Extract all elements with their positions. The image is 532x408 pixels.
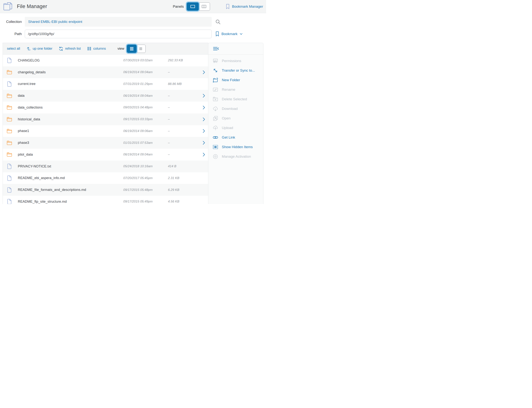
bookmark-button-label: Bookmark (221, 32, 238, 36)
sidebar-item-rename: Rename (208, 85, 263, 94)
table-row[interactable]: README_ebi_aspera_info.md 07/20/2017 05:… (3, 172, 208, 184)
dual-panel-icon (201, 5, 206, 8)
view-compact-button[interactable] (136, 45, 146, 53)
page-title: File Manager (17, 4, 47, 9)
file-icon (7, 163, 12, 169)
sidebar-item-new-folder[interactable]: New Folder (208, 75, 263, 85)
table-row[interactable]: README_file_formats_and_descriptions.md … (3, 184, 208, 196)
download-icon (213, 106, 218, 111)
chevron-right-icon[interactable] (203, 129, 205, 133)
chevron-right-icon[interactable] (203, 106, 205, 110)
file-manager-icon (3, 2, 13, 11)
file-list: CHANGELOG 07/30/2019 03:02am 292.33 KB c… (3, 55, 208, 204)
file-icon (7, 175, 12, 181)
actions-sidebar: Permissions Transfer or Sync to... New F… (208, 43, 263, 204)
view-list-button[interactable] (127, 45, 137, 53)
single-panel-button[interactable] (187, 2, 199, 11)
collapse-sidebar-icon[interactable] (213, 47, 219, 51)
folder-icon (7, 117, 12, 121)
power-icon (213, 154, 218, 159)
main-area: select all up one folder refresh list co… (0, 43, 266, 204)
sidebar-item-upload: Upload (208, 123, 263, 133)
sidebar-item-transfer-or-sync[interactable]: Transfer or Sync to... (208, 66, 263, 75)
bookmark-icon (215, 31, 219, 37)
chevron-right-icon[interactable] (203, 94, 205, 98)
columns-icon (87, 46, 91, 51)
new-folder-icon (213, 77, 218, 83)
bookmark-button[interactable]: Bookmark (215, 31, 243, 37)
show-hidden-icon (213, 144, 218, 150)
table-row[interactable]: pilot_data 06/19/2014 09:04am – (3, 149, 208, 161)
sidebar-item-permissions: Permissions (208, 56, 263, 66)
folder-icon (7, 141, 12, 145)
panels-toggle (187, 2, 210, 11)
chevron-right-icon[interactable] (203, 117, 205, 121)
search-icon (215, 19, 220, 24)
dual-panel-button[interactable] (198, 2, 210, 11)
chevron-right-icon[interactable] (203, 141, 205, 145)
panels-label: Panels (173, 5, 184, 9)
chevron-down-icon (240, 33, 243, 35)
refresh-icon (59, 46, 63, 51)
folder-icon (7, 70, 12, 75)
path-label: Path (3, 32, 25, 36)
folder-icon (7, 105, 12, 110)
chevron-right-icon[interactable] (203, 70, 205, 74)
table-row[interactable]: changelog_details 06/19/2014 09:04am – (3, 66, 208, 78)
select-all-button[interactable]: select all (7, 47, 20, 51)
table-row[interactable]: CHANGELOG 07/30/2019 03:02am 292.33 KB (3, 55, 208, 66)
path-input[interactable] (25, 30, 212, 38)
file-icon (7, 58, 12, 63)
collection-selector[interactable]: Shared EMBL-EBI public endpoint (25, 17, 212, 27)
table-row[interactable]: phase1 06/19/2014 09:06am – (3, 125, 208, 137)
file-browser-panel: select all up one folder refresh list co… (3, 43, 208, 204)
sidebar-item-delete-selected: Delete Selected (208, 94, 263, 104)
single-panel-icon (190, 5, 195, 8)
columns-button[interactable]: columns (87, 46, 106, 51)
view-label: view (117, 47, 124, 51)
sidebar-item-open: Open (208, 113, 263, 123)
app-header: File Manager Panels Bookmark Manager (0, 0, 266, 13)
open-icon (213, 116, 218, 121)
list-view-icon (130, 47, 134, 51)
delete-icon (213, 97, 218, 102)
table-row[interactable]: README_ftp_site_structure.md 09/17/2015 … (3, 196, 208, 204)
endpoint-section: Collection Shared EMBL-EBI public endpoi… (0, 13, 266, 43)
table-row[interactable]: current.tree 07/31/2019 01:29pm 88.86 MB (3, 78, 208, 90)
up-one-folder-button[interactable]: up one folder (26, 46, 52, 51)
file-icon (7, 81, 12, 87)
table-row[interactable]: data 06/19/2014 09:04am – (3, 90, 208, 102)
bookmark-ribbon-icon (226, 4, 230, 9)
folder-icon (7, 94, 12, 98)
file-icon (7, 199, 12, 204)
search-button[interactable] (215, 19, 220, 24)
bookmark-manager-link[interactable]: Bookmark Manager (226, 4, 263, 9)
bookmark-manager-label: Bookmark Manager (232, 5, 263, 9)
table-row[interactable]: PRIVACY-NOTICE.txt 05/24/2018 10:16am 41… (3, 161, 208, 172)
sidebar-item-show-hidden-items[interactable]: Show Hidden Items (208, 142, 263, 152)
collection-label: Collection (3, 20, 25, 24)
collection-value[interactable]: Shared EMBL-EBI public endpoint (28, 20, 82, 24)
sidebar-item-download: Download (208, 104, 263, 113)
list-toolbar: select all up one folder refresh list co… (3, 43, 208, 55)
compact-view-icon (139, 47, 143, 51)
view-toggle (127, 45, 146, 53)
sidebar-item-get-link[interactable]: Get Link (208, 133, 263, 142)
transfer-icon (213, 68, 218, 73)
folder-icon (7, 152, 12, 157)
link-icon (213, 135, 218, 140)
table-row[interactable]: historical_data 09/17/2015 03:33pm – (3, 113, 208, 125)
up-arrow-icon (26, 46, 31, 51)
table-row[interactable]: phase3 01/31/2015 07:53am – (3, 137, 208, 149)
table-row[interactable]: data_collections 09/03/2015 04:48pm – (3, 102, 208, 113)
file-icon (7, 187, 12, 193)
permissions-icon (213, 58, 218, 64)
rename-icon (213, 87, 218, 92)
refresh-list-button[interactable]: refresh list (59, 46, 81, 51)
chevron-right-icon[interactable] (203, 153, 205, 157)
sidebar-item-manage-activation: Manage Activation (208, 152, 263, 161)
folder-icon (7, 129, 12, 133)
upload-icon (213, 125, 218, 130)
